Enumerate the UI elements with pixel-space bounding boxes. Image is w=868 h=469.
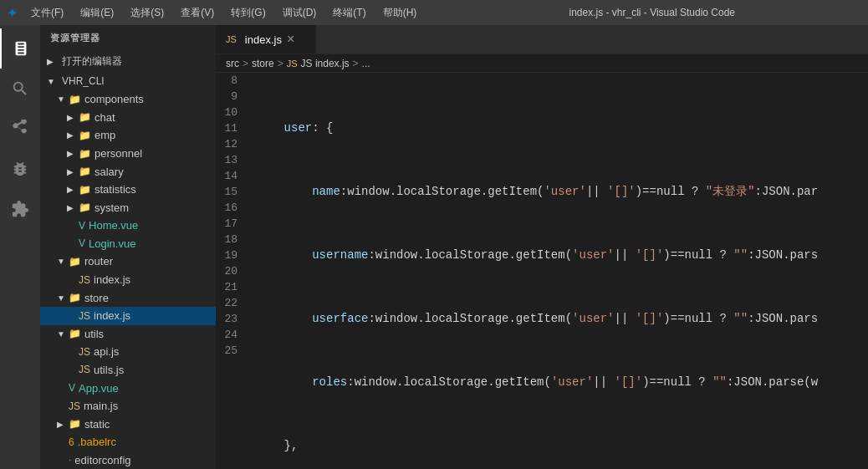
line-num-12: 12	[216, 136, 243, 152]
breadcrumb-store[interactable]: store	[252, 58, 274, 69]
login-vue-icon: V	[79, 237, 85, 249]
utils-label: utils	[84, 328, 104, 340]
open-editors-section[interactable]: ▶ 打开的编辑器	[40, 51, 216, 72]
sidebar-item-salary[interactable]: ▶ 📁 salary	[40, 162, 216, 181]
sidebar-item-main-js[interactable]: ▶ JS main.js	[40, 397, 216, 415]
static-arrow: ▶	[57, 420, 67, 429]
personnel-folder-icon: 📁	[79, 148, 91, 160]
sidebar-item-router-index[interactable]: ▶ JS index.js	[40, 271, 216, 289]
extensions-icon[interactable]	[0, 189, 40, 229]
vhr-cli-label: VHR_CLI	[62, 75, 105, 87]
salary-arrow: ▶	[67, 167, 77, 176]
emp-label: emp	[94, 129, 115, 141]
tab-bar: JS index.js ×	[216, 25, 868, 54]
window-title: index.js - vhr_cli - Visual Studio Code	[443, 7, 862, 18]
titlebar: ✦ 文件(F) 编辑(E) 选择(S) 查看(V) 转到(G) 调试(D) 终端…	[0, 0, 868, 25]
store-folder-icon: 📁	[69, 292, 81, 303]
system-arrow: ▶	[67, 203, 77, 212]
static-label: static	[84, 418, 110, 431]
menu-debug[interactable]: 调试(D)	[276, 0, 324, 25]
code-line-10: username:window.localStorage.getItem('us…	[256, 247, 868, 263]
sidebar-item-home-vue[interactable]: ▶ V Home.vue	[40, 217, 216, 235]
sidebar-item-chat[interactable]: ▶ 📁 chat	[40, 109, 216, 127]
menu-file[interactable]: 文件(F)	[24, 0, 70, 25]
menu-edit[interactable]: 编辑(E)	[74, 0, 120, 25]
app-vue-label: App.vue	[79, 382, 119, 395]
sidebar-item-system[interactable]: ▶ 📁 system	[40, 198, 216, 217]
emp-arrow: ▶	[67, 130, 77, 140]
personnel-arrow: ▶	[67, 149, 77, 158]
sidebar-item-router[interactable]: ▼ 📁 router	[40, 252, 216, 271]
sidebar-item-app-vue[interactable]: ▶ V App.vue	[40, 379, 216, 397]
explorer-icon[interactable]	[0, 28, 40, 69]
vscode-logo: ✦	[7, 5, 18, 21]
app-vue-icon: V	[69, 382, 75, 394]
line-num-15: 15	[216, 184, 243, 200]
line-num-14: 14	[216, 168, 243, 184]
sidebar-item-api[interactable]: ▶ JS api.js	[40, 343, 216, 361]
sidebar-item-store-index[interactable]: ▶ JS index.js	[40, 307, 216, 325]
menu-help[interactable]: 帮助(H)	[376, 0, 424, 25]
debug-icon[interactable]	[0, 149, 40, 189]
sidebar-item-utils-js[interactable]: ▶ JS utils.js	[40, 361, 216, 380]
sidebar-item-components[interactable]: ▼ 📁 components	[40, 90, 216, 109]
statistics-arrow: ▶	[67, 185, 77, 194]
babelrc-label: .babelrc	[78, 436, 116, 448]
salary-folder-icon: 📁	[79, 166, 91, 177]
tab-close-button[interactable]: ×	[287, 33, 294, 46]
menu-terminal[interactable]: 终端(T)	[326, 0, 372, 25]
line-num-25: 25	[216, 343, 243, 359]
router-folder-icon: 📁	[69, 256, 81, 268]
chat-folder-icon: 📁	[79, 111, 91, 123]
sidebar-item-personnel[interactable]: ▶ 📁 personnel	[40, 145, 216, 163]
sidebar-item-editorconfig[interactable]: ▶ · editorconfig	[40, 451, 216, 469]
sidebar-item-babelrc[interactable]: ▶ 6 .babelrc	[40, 433, 216, 451]
line-num-19: 19	[216, 247, 243, 263]
line-num-24: 24	[216, 327, 243, 343]
code-line-9: name:window.localStorage.getItem('user'|…	[256, 184, 868, 200]
line-num-13: 13	[216, 152, 243, 168]
vhr-cli-section[interactable]: ▼ VHR_CLI	[40, 72, 216, 90]
sidebar-item-store[interactable]: ▼ 📁 store	[40, 288, 216, 307]
sidebar-item-utils[interactable]: ▼ 📁 utils	[40, 325, 216, 344]
breadcrumb-file[interactable]: JS index.js	[301, 58, 350, 69]
editor-area: JS index.js × src > store > JS JS index.…	[216, 25, 868, 469]
static-folder-icon: 📁	[69, 418, 81, 430]
sidebar-item-static[interactable]: ▶ 📁 static	[40, 415, 216, 433]
menu-view[interactable]: 查看(V)	[174, 0, 221, 25]
open-editors-arrow: ▶	[47, 57, 57, 66]
source-control-icon[interactable]	[0, 109, 40, 149]
utils-js-icon: JS	[79, 364, 90, 375]
vhr-cli-arrow: ▼	[47, 77, 57, 86]
breadcrumb-sep3: >	[353, 58, 359, 69]
code-content[interactable]: user: { name:window.localStorage.getItem…	[249, 73, 868, 469]
store-index-js-icon: JS	[79, 310, 90, 322]
salary-label: salary	[94, 166, 124, 178]
tab-index-js[interactable]: JS index.js ×	[216, 25, 316, 54]
personnel-label: personnel	[94, 147, 142, 160]
menu-select[interactable]: 选择(S)	[124, 0, 171, 25]
editorconfig-icon: ·	[69, 454, 71, 466]
menu-goto[interactable]: 转到(G)	[224, 0, 272, 25]
statistics-folder-icon: 📁	[79, 184, 91, 196]
breadcrumb-src[interactable]: src	[226, 58, 239, 69]
activity-bar	[0, 25, 40, 469]
router-index-js-icon: JS	[79, 274, 90, 286]
line-num-17: 17	[216, 216, 243, 232]
components-label: components	[84, 93, 144, 105]
code-user-key: user	[284, 120, 313, 136]
router-index-label: index.js	[94, 273, 130, 286]
components-arrow: ▼	[57, 94, 67, 104]
main-layout: 资源管理器 ▶ 打开的编辑器 ▼ VHR_CLI ▼ 📁 components …	[0, 25, 868, 469]
menu-bar: 文件(F) 编辑(E) 选择(S) 查看(V) 转到(G) 调试(D) 终端(T…	[24, 0, 443, 25]
search-activity-icon[interactable]	[0, 69, 40, 109]
line-num-22: 22	[216, 295, 243, 311]
line-num-23: 23	[216, 311, 243, 327]
utils-js-label: utils.js	[94, 364, 124, 376]
sidebar-item-statistics[interactable]: ▶ 📁 statistics	[40, 181, 216, 199]
code-line-12: roles:window.localStorage.getItem('user'…	[256, 375, 868, 390]
code-editor[interactable]: 8 9 10 11 12 13 14 15 16 17 18 19 20 21 …	[216, 73, 868, 469]
store-index-label: index.js	[94, 309, 130, 322]
sidebar-item-emp[interactable]: ▶ 📁 emp	[40, 126, 216, 145]
sidebar-item-login-vue[interactable]: ▶ V Login.vue	[40, 235, 216, 253]
